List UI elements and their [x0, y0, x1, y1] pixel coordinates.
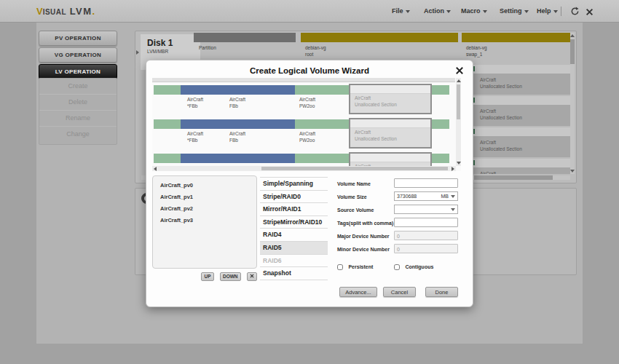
segment-free[interactable] [154, 119, 181, 129]
raid-option-raid1[interactable]: Mirror/RAID1 [260, 203, 328, 216]
segment-unallocated-selected[interactable]: AirCraftUnallocated Section [349, 118, 432, 149]
caret-down-icon [451, 208, 455, 211]
top-menubar: VISUAL LVM. File Action Macro Setting He… [0, 0, 619, 23]
unallocated-section-block[interactable]: AirCraftUnallocated Section [467, 65, 572, 95]
advance-button[interactable]: Advance... [339, 287, 377, 297]
vertical-scrollbar[interactable] [570, 33, 575, 174]
section-label: AirCraftUnallocated Section [467, 167, 572, 174]
segment-free[interactable] [154, 85, 181, 95]
dialog-close-icon[interactable] [455, 65, 465, 75]
segment-label: AirCraft*FBb [187, 130, 203, 143]
remove-pv-button[interactable] [247, 272, 257, 281]
source-volume-select[interactable] [394, 205, 458, 214]
volume-name-input[interactable] [394, 178, 458, 188]
raid-option-raid4[interactable]: RAID4 [260, 229, 328, 242]
caret-down-icon [446, 10, 451, 13]
minor-device-input: 0 [394, 244, 458, 253]
scroll-down-icon[interactable] [570, 170, 575, 173]
scrollbar-thumb[interactable] [474, 175, 553, 180]
raid-option-snapshot[interactable]: Snapshot [260, 267, 328, 280]
sidebar-item-vg-operation[interactable]: VG OPERATION [39, 47, 117, 63]
logo-lvm: LVM [70, 6, 92, 17]
persistent-checkbox[interactable] [337, 264, 343, 270]
section-strip [467, 127, 572, 136]
raid-option-raid0[interactable]: Stripe/RAID0 [260, 191, 328, 204]
disk-bar-row: AirCraft*FBb AirCraftFBb AirCraftPW2oo A… [154, 85, 449, 116]
section-label: AirCraftUnallocated Section [467, 74, 572, 95]
raid-type-list: Simple/Spanning Stripe/RAID0 Mirror/RAID… [260, 177, 328, 280]
menu-macro[interactable]: Macro [461, 0, 487, 22]
logo-v: V [36, 6, 43, 17]
pv-list-controls: UP DOWN [152, 272, 257, 285]
raid-option-raid5[interactable]: RAID5 [260, 242, 328, 255]
disk-name: Disk 1 [147, 38, 200, 48]
refresh-icon[interactable] [570, 6, 580, 16]
scroll-down-icon[interactable] [457, 162, 461, 165]
volume-size-label: Volume Size [337, 194, 367, 199]
pv-list-item[interactable]: AirCraft_pv1 [160, 194, 249, 205]
scrollbar-thumb[interactable] [261, 167, 448, 170]
submenu-item-change[interactable]: Change [39, 126, 117, 142]
unallocated-section-block[interactable]: AirCraftUnallocated Section [467, 127, 572, 157]
scroll-left-icon[interactable] [154, 167, 157, 171]
segment-label: AirCraftFBb [229, 96, 245, 109]
lv-swap-segment[interactable] [462, 33, 571, 42]
app-logo: VISUAL LVM. [36, 0, 95, 22]
submenu-item-rename[interactable]: Rename [39, 110, 117, 126]
dialog-title: Create Logical Volume Wizard [146, 66, 473, 75]
contiguous-option: Contiguous [394, 260, 433, 273]
clipped-row [152, 78, 455, 82]
contiguous-checkbox[interactable] [394, 264, 400, 270]
scrollbar-thumb[interactable] [457, 84, 460, 119]
vertical-scrollbar[interactable] [456, 78, 461, 166]
menu-setting[interactable]: Setting [500, 0, 529, 22]
tags-input[interactable] [394, 218, 458, 227]
section-label: AirCraftUnallocated Section [467, 105, 572, 126]
cancel-button[interactable]: Cancel [383, 287, 416, 297]
window-close-icon[interactable] [586, 6, 596, 16]
submenu-item-delete[interactable]: Delete [39, 94, 117, 110]
segment-lv[interactable] [181, 119, 225, 129]
sidebar-item-lv-operation[interactable]: LV OPERATION [39, 64, 117, 79]
scroll-up-icon[interactable] [457, 79, 461, 82]
segment-lv[interactable] [225, 119, 295, 129]
tags-label: Tags(split with comma) [337, 221, 393, 226]
raid-option-raid10[interactable]: StripeMirror/RAID10 [260, 216, 328, 229]
menu-file[interactable]: File [392, 0, 410, 22]
create-lv-wizard-dialog: Create Logical Volume Wizard AirCraft*FB… [146, 60, 473, 307]
submenu-item-create[interactable]: Create [39, 79, 117, 94]
segment-lv[interactable] [181, 154, 225, 163]
persistent-option: Persistent [337, 260, 373, 273]
expand-arrow-icon[interactable] [136, 50, 139, 55]
sidebar-item-pv-operation[interactable]: PV OPERATION [39, 31, 117, 46]
volume-size-input[interactable]: 3730688 MB [394, 191, 458, 201]
scroll-right-icon[interactable] [452, 167, 454, 171]
lv-root-segment[interactable] [301, 33, 458, 42]
menu-action[interactable]: Action [424, 0, 451, 22]
unallocated-section-block[interactable]: AirCraftUnallocated Section [467, 96, 572, 126]
horizontal-scrollbar[interactable] [152, 166, 456, 171]
move-up-button[interactable]: UP [201, 272, 213, 281]
segment-strip [350, 85, 430, 94]
caret-down-icon [524, 10, 529, 13]
menu-help[interactable]: Help [537, 0, 558, 22]
segment-free[interactable] [154, 154, 181, 163]
contiguous-label: Contiguous [405, 264, 433, 269]
move-down-button[interactable]: DOWN [220, 272, 241, 281]
segment-lv[interactable] [225, 154, 295, 163]
segment-lv[interactable] [181, 85, 225, 95]
scroll-up-icon[interactable] [570, 34, 575, 37]
minor-device-label: Minor Device Number [337, 247, 390, 252]
unallocated-section-block[interactable]: AirCraftUnallocated Section [467, 159, 572, 174]
raid-option-simple[interactable]: Simple/Spanning [260, 178, 328, 191]
done-button[interactable]: Done [425, 287, 458, 297]
scrollbar-thumb[interactable] [570, 39, 575, 64]
pv-list-item[interactable]: AirCraft_pv3 [160, 217, 249, 229]
segment-lv[interactable] [225, 85, 295, 95]
logo-isual: ISUAL [43, 8, 67, 16]
pv-list-item[interactable]: AirCraft_pv2 [160, 205, 249, 217]
partition-segment[interactable] [194, 33, 296, 42]
segment-unallocated-selected[interactable]: AirCraftUnallocated Section [349, 84, 432, 114]
disk-bar-row: AirCraft*FBb AirCraftFBb AirCraftPW2oo A… [154, 119, 449, 150]
pv-list-item[interactable]: AirCraft_pv0 [160, 182, 249, 194]
